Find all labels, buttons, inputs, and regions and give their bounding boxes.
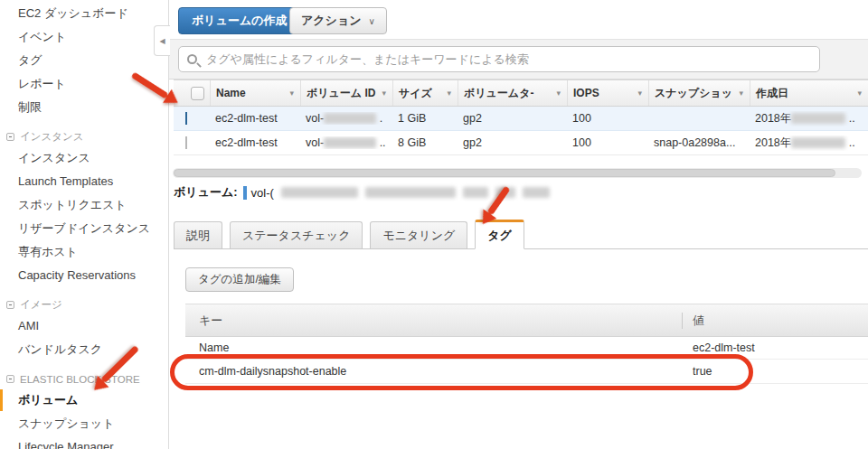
sidebar-section-label: イメージ	[20, 298, 62, 312]
tab-description[interactable]: 説明	[174, 221, 222, 248]
add-edit-tags-button[interactable]: タグの追加/編集	[185, 267, 294, 292]
sidebar-item-ec2-dashboard[interactable]: EC2 ダッシュボード	[0, 2, 168, 25]
sidebar-item-label: バンドルタスク	[18, 342, 102, 356]
created-cell: 2018年 ..	[750, 111, 868, 126]
sidebar-item-spot-requests[interactable]: スポットリクエスト	[0, 193, 168, 217]
collapse-sidebar-button[interactable]: ◀	[154, 25, 170, 56]
select-all-cell	[174, 80, 210, 106]
sort-icon: ▾	[556, 89, 561, 98]
column-header-key: キー	[185, 313, 682, 329]
tag-row[interactable]: Name ec2-dlm-test	[185, 337, 868, 360]
column-divider	[682, 313, 683, 329]
sort-icon: ▾	[382, 89, 386, 98]
redacted-text	[281, 187, 358, 198]
scrollbar-thumb[interactable]	[174, 169, 835, 177]
table-row[interactable]: ec2-dlm-test vol- . 1 GiB gp2 100 2018年 …	[174, 107, 868, 131]
column-label: ボリュームタ-	[464, 86, 533, 101]
detail-title-label: ボリューム:	[174, 184, 238, 201]
sidebar-item-label: スポットリクエスト	[18, 198, 127, 211]
tab-monitoring[interactable]: モニタリング	[370, 221, 467, 248]
collapse-section-icon[interactable]	[6, 133, 14, 141]
table-row[interactable]: ec2-dlm-test vol- .. 8 GiB gp2 100 snap-…	[174, 131, 868, 155]
column-header-value: 値	[693, 313, 704, 329]
row-checkbox[interactable]	[185, 136, 187, 149]
sidebar-item-label: ボリューム	[18, 393, 78, 407]
volume-type-cell: gp2	[458, 112, 567, 125]
redacted-text	[791, 137, 845, 148]
volume-id-cell: vol- ..	[300, 136, 392, 149]
horizontal-scrollbar[interactable]	[173, 168, 862, 178]
column-header-name[interactable]: Name▾	[210, 80, 300, 106]
sidebar-item-label: スナップショット	[18, 416, 114, 430]
sidebar-item-snapshots[interactable]: スナップショット	[0, 412, 168, 435]
iops-cell: 100	[567, 112, 648, 125]
tab-tags[interactable]: タグ	[475, 220, 524, 249]
column-header-size[interactable]: サイズ▾	[392, 80, 458, 106]
iops-cell: 100	[567, 136, 648, 149]
sidebar-section-instances[interactable]: インスタンス	[0, 127, 168, 146]
actions-button[interactable]: アクション ∨	[289, 7, 387, 34]
created-suffix: ..	[849, 112, 855, 125]
detail-volume-id-prefix: vol-(	[251, 186, 274, 200]
sidebar-section-label: インスタンス	[20, 130, 84, 144]
sidebar-section-label: ELASTIC BLOCK STORE	[20, 374, 140, 385]
sidebar-item-reports[interactable]: レポート	[0, 72, 168, 96]
sidebar-item-tags[interactable]: タグ	[0, 49, 168, 72]
sidebar-item-instances[interactable]: インスタンス	[0, 146, 168, 170]
search-box[interactable]	[178, 46, 820, 72]
chevron-down-icon: ∨	[369, 16, 375, 26]
column-label: 作成日	[756, 86, 788, 101]
redacted-text	[324, 137, 376, 148]
sidebar-item-limits[interactable]: 制限	[0, 96, 168, 119]
tab-status-checks[interactable]: ステータスチェック	[230, 221, 363, 248]
redacted-text	[463, 187, 488, 198]
created-cell: 2018年 ..	[750, 136, 868, 151]
volumes-table-header: Name▾ ボリューム ID▾ サイズ▾ ボリュームタ-▾ IOPS▾ スナップ…	[174, 80, 868, 107]
tag-row[interactable]: cm-dlm-dailysnapshot-enable true	[185, 360, 868, 384]
sidebar-section-elastic-block-store[interactable]: ELASTIC BLOCK STORE	[0, 369, 168, 388]
redacted-text	[324, 113, 376, 124]
checkbox-cell	[174, 136, 210, 149]
sidebar-item-reserved-instances[interactable]: リザーブドインスタンス	[0, 217, 168, 240]
collapse-section-icon[interactable]	[6, 375, 14, 383]
sidebar-item-dedicated-hosts[interactable]: 専有ホスト	[0, 240, 168, 264]
sidebar-item-capacity-reservations[interactable]: Capacity Reservations	[0, 264, 168, 287]
sidebar-section-images[interactable]: イメージ	[0, 295, 168, 314]
search-input[interactable]	[204, 51, 811, 67]
volume-id-suffix: .	[380, 112, 382, 125]
volume-id-cell: vol- .	[300, 112, 392, 125]
tag-key-cell: Name	[185, 341, 682, 354]
sidebar-item-bundle-tasks[interactable]: バンドルタスク	[0, 338, 168, 361]
size-cell: 1 GiB	[392, 112, 458, 125]
column-header-created[interactable]: 作成日▾	[750, 80, 868, 106]
column-label: ボリューム ID	[307, 86, 375, 101]
tag-key-cell: cm-dlm-dailysnapshot-enable	[185, 365, 682, 378]
tag-value-cell: true	[682, 365, 868, 378]
sort-icon: ▾	[637, 89, 642, 98]
collapse-section-icon[interactable]	[6, 301, 14, 309]
volume-id-suffix: ..	[380, 136, 386, 149]
column-header-iops[interactable]: IOPS▾	[567, 80, 648, 106]
sidebar-item-launch-templates[interactable]: Launch Templates	[0, 170, 168, 193]
sidebar-item-label: EC2 ダッシュボード	[18, 6, 128, 20]
column-header-volume-type[interactable]: ボリュームタ-▾	[458, 80, 567, 106]
redacted-text	[365, 187, 456, 198]
row-checkbox[interactable]	[185, 112, 187, 125]
select-all-checkbox[interactable]	[191, 87, 204, 100]
sidebar-item-lifecycle-manager[interactable]: Lifecycle Manager	[0, 435, 168, 449]
created-suffix: ..	[849, 136, 855, 149]
tags-table: キー 値 Name ec2-dlm-test cm-dlm-dailysnaps…	[185, 304, 868, 384]
sidebar-item-events[interactable]: イベント	[0, 25, 168, 49]
sidebar-item-label: インスタンス	[18, 151, 90, 164]
sidebar-item-ami[interactable]: AMI	[0, 314, 168, 338]
column-header-volume-id[interactable]: ボリューム ID▾	[300, 80, 392, 106]
create-volume-button[interactable]: ボリュームの作成	[178, 7, 301, 34]
redacted-text	[791, 113, 845, 124]
sidebar-item-label: 専有ホスト	[18, 245, 78, 258]
tags-table-header: キー 値	[185, 304, 868, 337]
column-header-snapshot[interactable]: スナップショッ▾	[648, 80, 750, 106]
sort-icon: ▾	[447, 89, 451, 98]
sidebar-item-volumes[interactable]: ボリューム	[0, 388, 168, 412]
name-cell: ec2-dlm-test	[210, 136, 300, 149]
sort-icon: ▾	[289, 89, 294, 98]
